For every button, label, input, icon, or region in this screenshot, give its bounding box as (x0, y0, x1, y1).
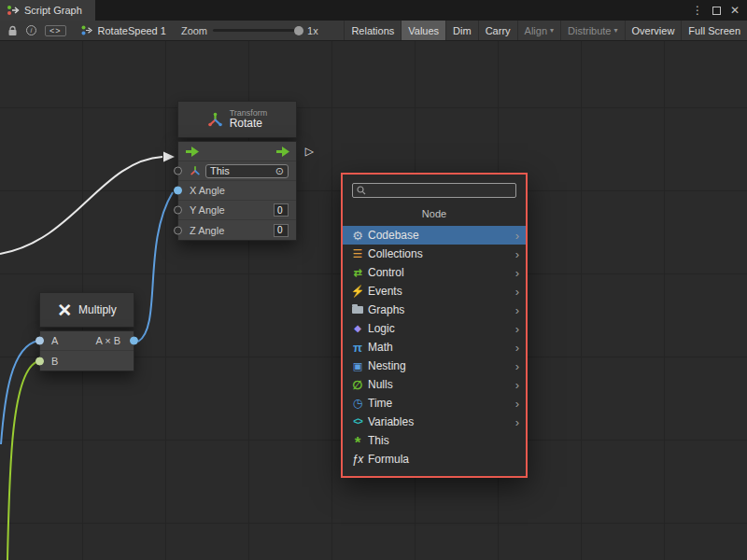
transform-icon (207, 112, 223, 128)
chevron-right-icon: › (515, 342, 519, 354)
transform-icon-small (190, 165, 201, 176)
align-button[interactable]: Align▾ (517, 21, 560, 40)
tab-script-graph[interactable]: Script Graph (0, 0, 95, 21)
target-port[interactable] (174, 167, 182, 175)
fuzzy-finder: Node ⚙ Codebase › ☰ Collections › ⇄ Cont… (341, 173, 528, 478)
codebase-icon: ⚙ (350, 230, 365, 242)
this-icon: * (350, 439, 365, 448)
graph-breadcrumb-icon (81, 25, 93, 35)
flow-continue-icon: ▷ (305, 145, 314, 158)
finder-item-graphs[interactable]: Graphs › (343, 301, 526, 319)
zoom-control: Zoom 1x (174, 21, 326, 40)
input-a-label: A (51, 335, 58, 346)
value-connection-left-to-a[interactable] (1, 341, 38, 444)
distribute-button[interactable]: Distribute▾ (560, 21, 624, 40)
x-angle-row: X Angle (178, 181, 296, 201)
multiply-node[interactable]: ✕ Multiply A A × B B (39, 292, 134, 371)
chevron-right-icon: › (515, 304, 519, 316)
chevron-right-icon: › (515, 286, 519, 298)
rotate-node-body: ▷ This ⊙ X Angle Y Angle (177, 141, 297, 241)
code-view-icon[interactable]: <> (45, 25, 66, 36)
target-value: This (210, 165, 230, 176)
z-angle-input[interactable]: 0 (274, 224, 289, 237)
finder-search-box[interactable] (352, 183, 516, 198)
nulls-icon: ∅ (350, 379, 365, 391)
control-icon: ⇄ (350, 268, 365, 278)
finder-item-logic[interactable]: ◆ Logic › (343, 319, 526, 338)
x-angle-port[interactable] (174, 187, 182, 195)
chevron-right-icon: › (515, 267, 519, 279)
output-label: A × B (95, 335, 120, 346)
values-button[interactable]: Values (401, 21, 445, 40)
finder-item-math[interactable]: π Math › (343, 338, 526, 357)
input-b-port[interactable] (35, 357, 44, 365)
zoom-label: Zoom (181, 25, 207, 36)
script-graph-icon (7, 5, 20, 16)
flow-connection-white[interactable] (0, 157, 162, 254)
flow-input-arrow-icon[interactable] (186, 147, 200, 157)
multiply-node-header[interactable]: ✕ Multiply (39, 292, 134, 328)
zoom-value: 1x (307, 25, 318, 36)
finder-item-variables[interactable]: <> Variables › (343, 413, 526, 431)
search-icon (357, 186, 366, 195)
chevron-right-icon: › (515, 398, 519, 410)
dim-button[interactable]: Dim (445, 21, 478, 40)
input-a-port[interactable] (35, 337, 44, 345)
events-icon: ⚡ (350, 286, 365, 297)
z-angle-port[interactable] (174, 226, 182, 234)
y-angle-input[interactable]: 0 (274, 203, 289, 217)
y-angle-row: Y Angle 0 (178, 201, 296, 220)
flow-output-arrow-icon[interactable] (276, 147, 290, 157)
window-controls: ⋮ ✕ (692, 0, 747, 21)
zoom-slider-knob[interactable] (294, 26, 303, 35)
formula-icon: ƒx (350, 454, 365, 465)
target-row: This ⊙ (178, 161, 296, 181)
value-connection-left-to-b[interactable] (7, 361, 38, 560)
graph-canvas[interactable]: Transform Rotate ▷ (0, 41, 747, 560)
toolbar-buttons: Relations Values Dim Carry Align▾ Distri… (344, 21, 747, 40)
maximize-icon[interactable] (712, 7, 721, 15)
input-a-row: A A × B (40, 331, 134, 351)
finder-item-control[interactable]: ⇄ Control › (343, 263, 526, 282)
rotate-node[interactable]: Transform Rotate ▷ (177, 101, 297, 241)
value-connection-multiply-to-xangle[interactable] (138, 192, 173, 342)
output-port[interactable] (130, 337, 138, 345)
finder-item-codebase[interactable]: ⚙ Codebase › (343, 226, 526, 245)
close-icon[interactable]: ✕ (730, 5, 740, 16)
menu-icon[interactable]: ⋮ (692, 5, 703, 16)
rotate-node-header[interactable]: Transform Rotate (177, 101, 297, 138)
zoom-slider[interactable] (213, 29, 302, 32)
graph-toolbar: i <> RotateSpeed 1 Zoom 1x Relations Val… (0, 21, 747, 41)
collections-icon: ☰ (350, 248, 365, 259)
search-input[interactable] (370, 184, 512, 197)
z-angle-row: Z Angle 0 (178, 220, 296, 240)
info-icon[interactable]: i (26, 25, 36, 35)
chevron-right-icon: › (515, 230, 519, 242)
multiply-icon: ✕ (57, 301, 72, 319)
finder-item-nesting[interactable]: ▣ Nesting › (343, 357, 526, 375)
finder-item-this[interactable]: * This (343, 431, 526, 450)
graphs-icon (350, 306, 365, 314)
node-title: Multiply (78, 303, 117, 316)
breadcrumb[interactable]: RotateSpeed 1 (74, 21, 174, 40)
carry-button[interactable]: Carry (478, 21, 517, 40)
finder-item-collections[interactable]: ☰ Collections › (343, 245, 526, 263)
node-title: Rotate (230, 118, 268, 131)
x-angle-label: X Angle (190, 185, 225, 196)
finder-item-nulls[interactable]: ∅ Nulls › (343, 375, 526, 394)
chevron-right-icon: › (515, 360, 519, 372)
finder-item-formula[interactable]: ƒx Formula (343, 450, 526, 469)
y-angle-port[interactable] (174, 206, 182, 215)
target-object-field[interactable]: This ⊙ (205, 164, 289, 178)
nesting-icon: ▣ (350, 361, 365, 371)
flow-arrowhead (163, 152, 175, 162)
lock-icon[interactable] (7, 25, 18, 36)
finder-item-events[interactable]: ⚡ Events › (343, 282, 526, 301)
finder-item-time[interactable]: ◷ Time › (343, 394, 526, 413)
tab-bar: Script Graph ⋮ ✕ (0, 0, 747, 21)
math-icon: π (350, 342, 365, 354)
relations-button[interactable]: Relations (344, 21, 401, 40)
fullscreen-button[interactable]: Full Screen (681, 21, 747, 40)
overview-button[interactable]: Overview (625, 21, 682, 40)
object-picker-icon[interactable]: ⊙ (275, 166, 284, 176)
